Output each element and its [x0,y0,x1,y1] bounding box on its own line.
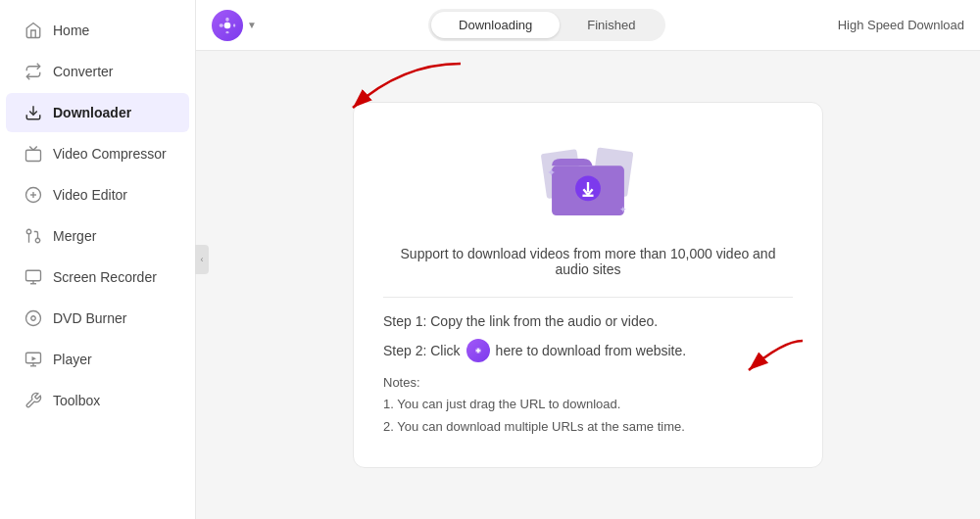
merger-icon [24,226,43,246]
logo-dropdown-caret[interactable]: ▼ [247,20,257,30]
home-icon [24,21,43,40]
sidebar-collapse-button[interactable]: ‹ [195,245,209,274]
topbar: ▼ Downloading Finished High Speed Downlo… [196,0,980,51]
converter-icon [24,62,43,81]
video-compressor-icon [24,144,43,164]
svg-point-17 [224,22,231,28]
divider-1 [383,297,793,298]
logo-icon [212,10,243,41]
svg-point-6 [26,229,31,234]
sidebar-item-downloader[interactable]: Downloader [6,93,189,132]
main-area: ▼ Downloading Finished High Speed Downlo… [196,0,980,519]
sidebar-item-label: Downloader [53,105,131,120]
sidebar-item-label: Merger [53,228,96,244]
sidebar-item-label: Toolbox [53,393,100,408]
tab-downloading[interactable]: Downloading [431,12,560,38]
svg-point-11 [26,311,41,326]
notes-section: Notes: 1. You can just drag the URL to d… [383,372,793,437]
sidebar-item-label: Video Editor [53,187,127,203]
steps-section: Step 1: Copy the link from the audio or … [383,313,793,437]
sidebar-item-label: DVD Burner [53,310,126,326]
toolbox-icon [24,391,43,410]
sidebar-item-label: Player [53,352,92,367]
sidebar-item-label: Screen Recorder [53,269,157,285]
svg-text:✦: ✦ [619,206,627,215]
step-1-text: Step 1: Copy the link from the audio or … [383,313,658,329]
sidebar-item-player[interactable]: Player [6,340,189,379]
add-download-icon [466,339,490,362]
sidebar-item-converter[interactable]: Converter [6,52,189,91]
sidebar: Home Converter Downloader [0,0,196,519]
note-1: 1. You can just drag the URL to download… [383,394,793,415]
step-2-prefix: Step 2: Click [383,343,461,358]
svg-text:✦: ✦ [547,167,556,179]
folder-illustration: ✦ ✦ [529,132,647,230]
sidebar-item-dvd-burner[interactable]: DVD Burner [6,299,189,338]
svg-rect-8 [26,270,41,281]
sidebar-item-label: Video Compressor [53,146,167,162]
sidebar-item-label: Converter [53,64,113,79]
player-icon [24,350,43,369]
support-text: Support to download videos from more tha… [383,246,793,277]
downloader-icon [24,103,43,122]
sidebar-item-video-compressor[interactable]: Video Compressor [6,134,189,173]
video-editor-icon [24,185,43,205]
dvd-burner-icon [24,308,43,328]
app-logo: ▼ [212,10,257,41]
notes-title: Notes: [383,372,793,394]
sidebar-item-screen-recorder[interactable]: Screen Recorder [6,258,189,297]
svg-rect-1 [26,150,41,161]
step-2-suffix: here to download from website. [496,343,687,358]
sidebar-item-merger[interactable]: Merger [6,216,189,256]
info-card: ✦ ✦ Support to download videos from more… [353,102,823,467]
tab-finished[interactable]: Finished [560,12,662,38]
tab-group: Downloading Finished [428,9,665,41]
step-1-row: Step 1: Copy the link from the audio or … [383,313,793,329]
screen-recorder-icon [24,267,43,287]
svg-marker-14 [32,356,37,361]
sidebar-item-home[interactable]: Home [6,11,189,50]
content-area: ✦ ✦ Support to download videos from more… [196,51,980,519]
sidebar-item-video-editor[interactable]: Video Editor [6,175,189,214]
sidebar-item-label: Home [53,23,89,38]
high-speed-label: High Speed Download [838,18,964,32]
sidebar-item-toolbox[interactable]: Toolbox [6,381,189,420]
svg-point-12 [31,316,36,321]
note-2: 2. You can download multiple URLs at the… [383,416,793,438]
svg-point-5 [35,238,40,243]
step-2-row: Step 2: Click here to download from webs… [383,339,793,362]
